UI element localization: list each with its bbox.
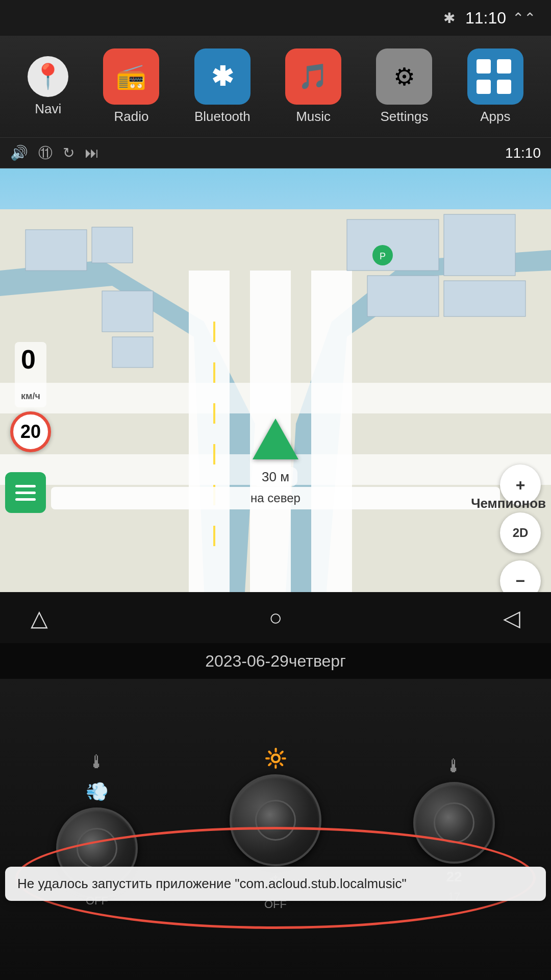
- skip-icon: ⏭: [85, 144, 99, 161]
- error-message: Не удалось запустить приложение "com.acl…: [17, 876, 534, 892]
- app-radio[interactable]: 📻 Radio: [103, 48, 159, 125]
- svg-rect-13: [102, 291, 153, 332]
- right-knob-inner: [434, 802, 474, 843]
- center-icons: 🔆: [264, 748, 287, 769]
- app-settings[interactable]: ⚙ Settings: [376, 48, 432, 125]
- center-knob-inner: [255, 800, 296, 841]
- secondary-bar: 🔊 ⑪ ↻ ⏭ 11:10: [0, 138, 551, 168]
- physical-controls: 🌡 💨 OFF 🔆 ❄ OFF 🌡 22 17: [0, 679, 551, 980]
- bluetooth-label: Bluetooth: [194, 109, 251, 125]
- apps-label: Apps: [480, 109, 510, 125]
- heat-left-icon: 🌡: [88, 751, 106, 773]
- music-label: Music: [296, 109, 331, 125]
- svg-rect-20: [213, 526, 215, 546]
- menu-button[interactable]: [5, 472, 46, 513]
- back-button[interactable]: △: [31, 605, 48, 631]
- secondary-time: 11:10: [505, 145, 541, 161]
- speed-display: 0 км/ч 20: [10, 342, 51, 452]
- heat-right-icon: 🌡: [445, 755, 463, 777]
- nav-arrow: [253, 419, 298, 459]
- bluetooth-status-icon: ✱: [443, 10, 455, 27]
- navi-icon: 📍: [28, 56, 68, 97]
- map-svg: P: [0, 168, 551, 592]
- bluetooth-icon: ✱: [194, 48, 251, 105]
- svg-rect-9: [347, 219, 439, 271]
- direction-arrow: [253, 419, 298, 459]
- svg-rect-8: [92, 227, 133, 263]
- svg-rect-12: [444, 281, 525, 316]
- left-knob-inner: [77, 828, 117, 869]
- zoom-out-button[interactable]: −: [500, 560, 541, 592]
- right-temperature-knob[interactable]: [413, 782, 495, 864]
- expand-icon: ⌃⌃: [512, 10, 536, 27]
- volume-icon: 🔊: [10, 144, 28, 161]
- navi-label: Navi: [35, 101, 61, 117]
- status-time: 11:10: [465, 9, 506, 28]
- refresh-icon: ↻: [63, 144, 74, 161]
- current-speed: 0 км/ч: [15, 342, 46, 407]
- hamburger-icon: [15, 485, 36, 501]
- radio-icon: 📻: [103, 48, 159, 105]
- svg-rect-7: [26, 230, 87, 271]
- app-dock: 📍 Navi 📻 Radio ✱ Bluetooth 🎵 Music ⚙ Set…: [0, 36, 551, 138]
- street-label: на север: [51, 487, 500, 509]
- view-2d-button[interactable]: 2D: [500, 512, 541, 553]
- circle-11-icon: ⑪: [38, 143, 53, 163]
- right-icons: 🌡: [445, 755, 463, 777]
- date-bar: 28 ▼ 2023-06-29четверг: [0, 643, 551, 679]
- speed-limit: 20: [10, 411, 51, 452]
- rear-defrost-icon: 🔆: [264, 748, 287, 769]
- map-area[interactable]: P 0 км/ч 20 + 2D − ⚠ 30 м на север Чемпи…: [0, 168, 551, 592]
- date-text: 2023-06-29четверг: [205, 652, 346, 671]
- home-button[interactable]: ○: [269, 605, 283, 630]
- error-toast: Не удалось запустить приложение "com.acl…: [5, 867, 546, 901]
- center-fan-knob[interactable]: [230, 774, 321, 866]
- app-bluetooth[interactable]: ✱ Bluetooth: [194, 48, 251, 125]
- app-apps[interactable]: Apps: [467, 48, 523, 125]
- svg-rect-11: [367, 276, 439, 316]
- bottom-nav: △ ○ ◁: [0, 592, 551, 643]
- recent-button[interactable]: ◁: [503, 605, 520, 631]
- settings-icon: ⚙: [376, 48, 432, 105]
- svg-rect-4: [311, 271, 352, 592]
- music-icon: 🎵: [285, 48, 341, 105]
- svg-text:P: P: [380, 251, 386, 261]
- distance-text: 30 м: [254, 467, 297, 486]
- svg-rect-10: [444, 214, 515, 276]
- svg-rect-5: [0, 383, 551, 413]
- place-name: Чемпионов: [471, 496, 546, 511]
- distance-bar: 30 м: [0, 469, 551, 485]
- svg-rect-16: [213, 362, 215, 383]
- svg-rect-2: [189, 271, 230, 592]
- left-icons: 🌡 💨: [86, 751, 109, 802]
- app-music[interactable]: 🎵 Music: [285, 48, 341, 125]
- app-navi[interactable]: 📍 Navi: [28, 56, 68, 117]
- svg-rect-14: [112, 337, 153, 368]
- svg-rect-18: [213, 444, 215, 464]
- status-bar: ✱ 11:10 ⌃⌃: [0, 0, 551, 36]
- radio-label: Radio: [114, 109, 149, 125]
- svg-rect-15: [213, 322, 215, 342]
- apps-icon: [467, 48, 523, 105]
- fan-left-icon: 💨: [86, 781, 109, 802]
- settings-label: Settings: [380, 109, 428, 125]
- svg-rect-17: [213, 403, 215, 424]
